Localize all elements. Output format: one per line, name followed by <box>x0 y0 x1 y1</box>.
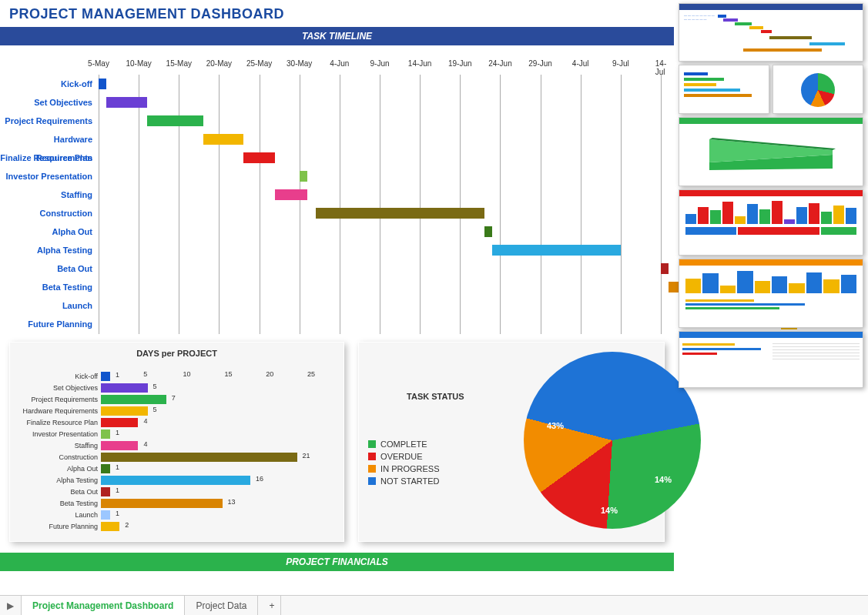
timeline-banner: TASK TIMELINE <box>0 27 674 45</box>
gantt-task-label: Beta Out <box>0 259 99 278</box>
gantt-bar <box>203 134 243 145</box>
days-bar-row: Set Objectives5 <box>19 382 334 393</box>
thumb-columns[interactable] <box>679 189 863 256</box>
days-bar-row: Alpha Testing16 <box>19 474 334 486</box>
days-bar-chart: 0510152025 Kick-off1Set Objectives5Proje… <box>19 370 334 532</box>
legend-item: IN PROGRESS <box>368 464 464 473</box>
days-bar-row: Beta Testing13 <box>19 497 334 509</box>
thumb-mixed[interactable] <box>679 259 863 328</box>
days-bar-row: Project Requirements7 <box>19 393 334 405</box>
gantt-task-label: Alpha Testing <box>0 241 99 259</box>
thumb-table[interactable] <box>679 331 863 388</box>
legend-item: OVERDUE <box>368 452 464 461</box>
gantt-task-label: Launch <box>0 296 99 315</box>
gantt-bar <box>106 97 146 108</box>
days-per-project-panel: DAYS per PROJECT 0510152025 Kick-off1Set… <box>9 342 344 542</box>
gantt-task-label: Beta Testing <box>0 278 99 296</box>
sheet-tabbar: ▶ Project Management Dashboard Project D… <box>0 595 868 615</box>
gantt-bar <box>275 189 307 200</box>
thumb-pie[interactable] <box>772 65 863 114</box>
thumb-3d[interactable] <box>679 117 863 186</box>
days-bar-row: Hardware Requirements5 <box>19 405 334 416</box>
legend-item: COMPLETE <box>368 440 464 449</box>
days-bar-row: Staffing4 <box>19 440 334 451</box>
legend-item: NOT STARTED <box>368 476 464 486</box>
task-status-panel: TASK STATUS COMPLETEOVERDUEIN PROGRESSNO… <box>358 342 665 542</box>
gantt-task-label: Alpha Out <box>0 222 99 241</box>
status-panel-title: TASK STATUS <box>368 392 464 401</box>
thumbnail-sidebar: — — — — — — — — — — — — — — <box>679 3 863 391</box>
gantt-bar <box>316 208 484 219</box>
thumb-bars[interactable] <box>679 65 769 114</box>
days-panel-title: DAYS per PROJECT <box>19 349 334 358</box>
gantt-bar <box>147 115 203 126</box>
gantt-bar <box>243 152 276 163</box>
gantt-bar <box>484 226 492 237</box>
gantt-bar <box>300 171 307 182</box>
days-bar-row: Future Planning2 <box>19 520 334 532</box>
days-bar-row: Finalize Resource Plan4 <box>19 416 334 428</box>
financials-banner: PROJECT FINANCIALS <box>0 553 674 571</box>
days-bar-row: Alpha Out1 <box>19 463 334 474</box>
gantt-bar <box>99 79 106 89</box>
page-title: PROJECT MANAGEMENT DASHBOARD <box>0 0 674 27</box>
days-bar-row: Launch1 <box>19 509 334 520</box>
gantt-chart: Kick-offSet ObjectivesProject Requiremen… <box>0 45 674 342</box>
gantt-bar <box>661 263 669 274</box>
gantt-task-label: Construction <box>0 204 99 222</box>
gantt-task-label: Kick-off <box>0 75 99 93</box>
pie-legend: COMPLETEOVERDUEIN PROGRESSNOT STARTED <box>368 440 464 486</box>
gantt-task-label: Future Planning <box>0 315 99 333</box>
days-bar-row: Beta Out1 <box>19 486 334 497</box>
gantt-task-label: Finalize Resource Plan <box>0 149 99 167</box>
gantt-bar <box>492 245 621 256</box>
gantt-task-label: Staffing <box>0 186 99 204</box>
gantt-task-label: Set Objectives <box>0 93 99 112</box>
pie-chart: 43%14%14% <box>524 352 701 529</box>
days-bar-row: Kick-off1 <box>19 370 334 382</box>
tab-dashboard[interactable]: Project Management Dashboard <box>22 596 185 615</box>
days-bar-row: Construction21 <box>19 451 334 463</box>
gantt-task-label: Project Requirements <box>0 112 99 130</box>
tab-project-data[interactable]: Project Data <box>185 596 258 615</box>
days-bar-row: Investor Presentation1 <box>19 428 334 440</box>
gantt-task-label: Hardware Requirements <box>0 130 99 149</box>
thumb-timeline[interactable]: — — — — — — — — — — — — — — <box>679 3 863 62</box>
gantt-task-label: Investor Presentation <box>0 167 99 186</box>
tab-add[interactable]: + <box>258 596 281 615</box>
tab-nav-next-icon[interactable]: ▶ <box>0 596 22 615</box>
